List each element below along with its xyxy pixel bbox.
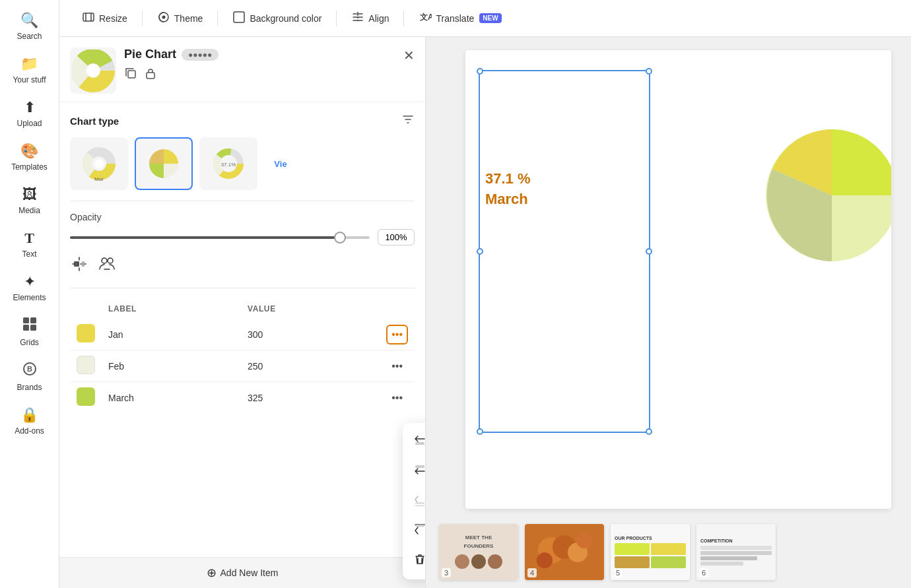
row-2-menu-button[interactable]: ••• — [386, 356, 408, 376]
theme-label: Theme — [174, 13, 203, 24]
svg-rect-35 — [415, 525, 424, 527]
align-label: Align — [368, 13, 389, 24]
add-above-icon — [413, 434, 426, 450]
toolbar-divider-4 — [403, 11, 404, 26]
row-2-action-cell: ••• — [380, 350, 415, 382]
slide-thumbnail-4[interactable]: 4 — [525, 524, 604, 580]
slide-thumbnail-5[interactable]: OUR PRODUCTS 5 — [611, 524, 690, 580]
selection-box[interactable] — [479, 70, 650, 433]
flip-icon[interactable] — [70, 255, 88, 277]
context-menu-move-above: Move Row Above — [403, 486, 426, 516]
svg-rect-16 — [128, 71, 135, 78]
panel-title-badge: ●●●●● — [182, 49, 219, 61]
left-panel: Pie Chart ●●●●● — [59, 37, 426, 588]
align-icon — [351, 11, 364, 26]
svg-rect-34 — [415, 502, 424, 504]
table-row: Feb 250 ••• — [70, 350, 415, 382]
filter-icon[interactable] — [401, 113, 415, 129]
opacity-input[interactable] — [378, 229, 415, 245]
sidebar-item-search[interactable]: 🔍 Search — [3, 5, 56, 48]
toolbar-divider — [142, 11, 143, 26]
row-1-value-cell: 300 — [241, 319, 380, 350]
row-1-action-cell: ••• — [380, 319, 415, 350]
selection-handle-tl[interactable] — [477, 68, 483, 75]
col-value-header: VALUE — [241, 299, 380, 319]
row-1-label-cell: Jan — [102, 319, 241, 350]
chart-type-donut-2[interactable]: 37.1% — [199, 137, 257, 190]
selection-handle-mr[interactable] — [646, 248, 652, 255]
svg-rect-3 — [30, 325, 36, 331]
toolbar: Resize Theme Background color — [59, 0, 911, 37]
sidebar-item-elements[interactable]: ✦ Elements — [3, 267, 56, 309]
view-more-button[interactable]: Vie — [264, 137, 297, 190]
slide-5-number: 5 — [613, 568, 623, 577]
row-2-color-swatch[interactable] — [77, 356, 95, 374]
row-1-color-swatch[interactable] — [77, 324, 95, 343]
media-icon: 🖼 — [22, 186, 37, 203]
svg-rect-28 — [74, 261, 79, 267]
add-new-item-button[interactable]: ⊕ Add New Item — [59, 557, 425, 588]
selection-handle-ml[interactable] — [477, 248, 483, 255]
text-icon: T — [24, 230, 34, 247]
sidebar-item-label: Your stuff — [13, 75, 46, 84]
theme-button[interactable]: Theme — [148, 5, 213, 31]
resize-button[interactable]: Resize — [73, 5, 137, 31]
context-menu-add-above[interactable]: Add Item Above — [403, 427, 426, 457]
people-icon[interactable] — [98, 255, 116, 277]
chart-thumbnail — [70, 48, 116, 94]
panel-content: Chart type — [59, 102, 425, 557]
sidebar-item-upload[interactable]: ⬆ Upload — [3, 92, 56, 135]
svg-rect-32 — [415, 442, 424, 445]
opacity-slider-track[interactable] — [70, 236, 370, 239]
svg-text:文A: 文A — [420, 13, 432, 22]
translate-icon: 文A — [419, 11, 432, 26]
context-menu-move-below[interactable]: Move Row Below — [403, 516, 426, 546]
move-below-icon — [413, 523, 426, 539]
slide-thumbnail-3[interactable]: MEET THE FOUNDERS 3 — [439, 524, 518, 580]
sidebar-item-your-stuff[interactable]: 📁 Your stuff — [3, 49, 56, 91]
icons-row — [70, 255, 415, 277]
panel-header: Pie Chart ●●●●● — [59, 37, 425, 102]
col-color-header — [70, 299, 102, 319]
selection-handle-br[interactable] — [646, 428, 652, 435]
opacity-slider-thumb[interactable] — [334, 232, 346, 244]
opacity-slider-fill — [70, 236, 340, 239]
svg-text:Mar: Mar — [94, 176, 104, 182]
sidebar-item-media[interactable]: 🖼 Media — [3, 180, 56, 222]
panel-title: Pie Chart ●●●●● — [124, 48, 395, 61]
svg-rect-2 — [23, 325, 29, 331]
sidebar-item-brands[interactable]: B Brands — [3, 355, 56, 399]
move-above-icon — [413, 493, 426, 509]
add-item-label: Add New Item — [220, 568, 279, 578]
row-2-value-cell: 250 — [241, 350, 380, 382]
slide-thumbnail-6[interactable]: COMPETITION 6 — [696, 524, 776, 580]
sidebar-item-label: Text — [22, 249, 36, 259]
context-menu-delete[interactable]: Delete Row — [403, 546, 426, 575]
row-3-color-swatch[interactable] — [77, 387, 95, 406]
selection-handle-tr[interactable] — [646, 68, 652, 75]
translate-button[interactable]: 文A Translate NEW — [409, 5, 510, 31]
context-menu-add-below[interactable]: Add Item Below — [403, 457, 426, 486]
svg-rect-33 — [415, 465, 424, 468]
close-button[interactable]: ✕ — [403, 48, 415, 63]
duplicate-icon[interactable] — [124, 67, 137, 83]
row-3-menu-button[interactable]: ••• — [386, 388, 408, 408]
row-1-menu-button[interactable]: ••• — [386, 325, 408, 344]
chart-type-pie[interactable] — [135, 137, 193, 190]
background-color-button[interactable]: Background color — [223, 5, 331, 31]
sidebar-item-grids[interactable]: Grids — [3, 310, 56, 354]
sidebar-item-templates[interactable]: 🎨 Templates — [3, 136, 56, 178]
col-label-header: LABEL — [102, 299, 241, 319]
row-2-color-cell — [70, 350, 102, 382]
canvas-pie-chart — [753, 116, 891, 275]
col-action-header — [380, 299, 415, 319]
chart-types-container: Mar — [70, 137, 415, 190]
sidebar-item-text[interactable]: T Text — [3, 223, 56, 265]
selection-handle-bl[interactable] — [477, 428, 483, 435]
align-button[interactable]: Align — [342, 5, 398, 31]
sidebar-item-addons[interactable]: 🔒 Add-ons — [3, 400, 56, 442]
table-row: Jan 300 ••• — [70, 319, 415, 350]
lock-icon[interactable] — [144, 67, 157, 83]
chart-type-donut-1[interactable]: Mar — [70, 137, 128, 190]
slide-4-number: 4 — [527, 568, 537, 577]
